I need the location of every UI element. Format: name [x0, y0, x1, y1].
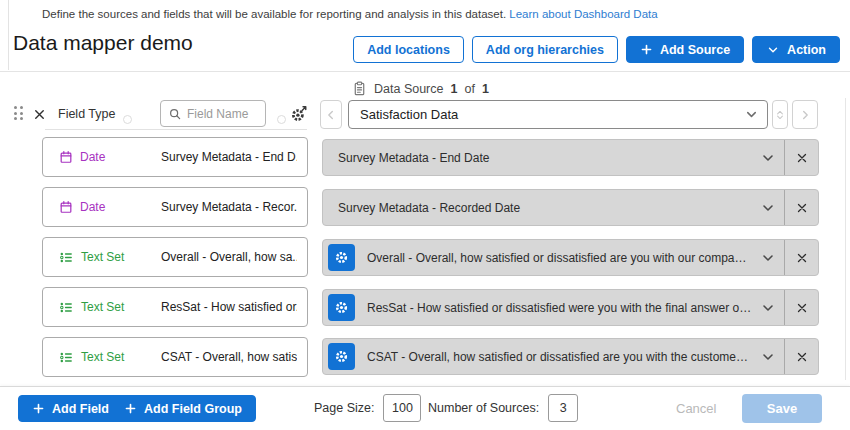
field-type-sort-indicator [123, 110, 132, 128]
add-locations-button[interactable]: Add locations [353, 36, 464, 63]
field-type: Text Set [59, 350, 161, 365]
add-field-label: Add Field [52, 402, 109, 416]
previous-source-button[interactable] [320, 100, 342, 129]
field-card[interactable]: Text Set CSAT - Overall, how satis... [42, 337, 308, 377]
data-source-counter: Data Source 1 of 1 [352, 81, 489, 96]
text-set-icon [59, 350, 74, 365]
field-settings-gear-icon[interactable] [290, 104, 310, 124]
action-menu-button[interactable]: Action [752, 36, 840, 63]
top-action-bar: Add locations Add org hierarchies Add So… [353, 36, 840, 63]
add-locations-label: Add locations [367, 43, 450, 57]
mapped-field-label: Overall - Overall, how satisfied or diss… [367, 251, 752, 265]
add-field-button[interactable]: Add Field [18, 395, 123, 422]
field-type-label: Date [80, 200, 105, 214]
data-source-select-value: Satisfaction Data [360, 107, 744, 122]
close-field-panel-button[interactable] [32, 106, 48, 122]
cancel-button[interactable]: Cancel [676, 395, 716, 422]
chevron-left-icon [324, 108, 338, 122]
remove-field-button[interactable] [784, 290, 818, 325]
close-icon [32, 107, 47, 122]
list-header-underline [45, 129, 307, 130]
field-card[interactable]: Text Set ResSat - How satisfied or... [42, 287, 308, 327]
field-name: ResSat - How satisfied or... [161, 300, 297, 314]
field-type-label: Text Set [81, 300, 124, 314]
gear-icon [334, 250, 349, 265]
add-field-group-label: Add Field Group [144, 402, 242, 416]
add-source-label: Add Source [660, 43, 730, 57]
page-size-group: Page Size: [314, 394, 421, 422]
field-settings-button[interactable] [328, 244, 355, 271]
field-type: Text Set [59, 250, 161, 265]
number-of-sources-input[interactable] [548, 394, 578, 422]
data-source-total: 1 [482, 82, 489, 96]
field-card[interactable]: Date Survey Metadata - Recor... [42, 187, 308, 227]
save-button[interactable]: Save [742, 394, 822, 423]
field-type: Text Set [59, 300, 161, 315]
number-of-sources-group: Number of Sources: [428, 394, 578, 422]
next-source-button[interactable] [792, 100, 818, 129]
field-type-label: Date [80, 150, 105, 164]
mapped-field-row: Survey Metadata - End Date [322, 139, 819, 176]
field-name: CSAT - Overall, how satis... [161, 350, 297, 364]
field-name-search-input[interactable] [187, 107, 259, 121]
mapped-field-row: ResSat - How satisfied or dissatisfied w… [322, 289, 819, 326]
gear-icon [334, 349, 349, 364]
plus-icon [124, 402, 137, 415]
text-set-icon [59, 300, 74, 315]
page-title: Data mapper demo [13, 31, 193, 55]
mapped-field-row: Survey Metadata - Recorded Date [322, 189, 819, 226]
data-mapper-app: Define the sources and fields that will … [0, 0, 850, 430]
add-org-hierarchies-button[interactable]: Add org hierarchies [472, 36, 618, 63]
field-settings-button[interactable] [328, 294, 355, 321]
mapped-field-label: Survey Metadata - End Date [338, 151, 752, 165]
mapped-field-dropdown[interactable]: ResSat - How satisfied or dissatisfied w… [323, 290, 784, 325]
field-name: Overall - Overall, how sa... [161, 250, 297, 264]
mapped-field-dropdown[interactable]: CSAT - Overall, how satisfied or dissati… [323, 339, 784, 374]
left-edge-divider [8, 0, 9, 70]
data-source-of: of [464, 82, 474, 96]
add-field-group-button[interactable]: Add Field Group [110, 395, 256, 422]
field-card[interactable]: Date Survey Metadata - End D... [42, 137, 308, 177]
close-icon [795, 151, 809, 165]
mapped-field-dropdown[interactable]: Overall - Overall, how satisfied or diss… [323, 240, 784, 275]
data-source-select[interactable]: Satisfaction Data [348, 100, 768, 129]
field-type: Date [59, 150, 161, 164]
field-type-column-header: Field Type [58, 107, 115, 121]
add-source-button[interactable]: Add Source [626, 36, 744, 63]
add-org-hierarchies-label: Add org hierarchies [486, 43, 604, 57]
field-settings-button[interactable] [328, 343, 355, 370]
remove-field-button[interactable] [784, 190, 818, 225]
plus-icon [32, 402, 45, 415]
close-icon [795, 251, 809, 265]
mapped-field-label: CSAT - Overall, how satisfied or dissati… [367, 350, 752, 364]
remove-field-button[interactable] [784, 240, 818, 275]
field-type-label: Text Set [81, 350, 124, 364]
dataset-description: Define the sources and fields that will … [42, 8, 658, 20]
close-icon [795, 301, 809, 315]
field-type-label: Text Set [81, 250, 124, 264]
page-size-label: Page Size: [314, 401, 374, 415]
sort-vertical-icon [774, 109, 786, 121]
chevron-down-icon [752, 250, 784, 266]
plus-icon [640, 43, 653, 56]
calendar-icon [59, 200, 73, 214]
close-icon [795, 201, 809, 215]
chevron-down-icon [752, 200, 784, 216]
page-size-input[interactable] [383, 394, 421, 422]
chevron-right-icon [798, 108, 812, 122]
field-card[interactable]: Text Set Overall - Overall, how sa... [42, 237, 308, 277]
remove-field-button[interactable] [784, 339, 818, 374]
text-set-icon [59, 250, 74, 265]
remove-field-button[interactable] [784, 140, 818, 175]
mapped-field-label: ResSat - How satisfied or dissatisfied w… [367, 301, 752, 315]
learn-about-dashboard-data-link[interactable]: Learn about Dashboard Data [509, 8, 657, 20]
mapped-field-dropdown[interactable]: Survey Metadata - Recorded Date [323, 190, 784, 225]
data-source-prefix: Data Source [374, 82, 443, 96]
drag-handle-icon[interactable] [14, 106, 23, 120]
mapped-field-dropdown[interactable]: Survey Metadata - End Date [323, 140, 784, 175]
reorder-sources-button[interactable] [772, 100, 788, 129]
clipboard-icon [352, 81, 367, 96]
right-edge-divider [845, 98, 846, 380]
number-of-sources-label: Number of Sources: [428, 401, 539, 415]
chevron-down-icon [766, 43, 780, 57]
